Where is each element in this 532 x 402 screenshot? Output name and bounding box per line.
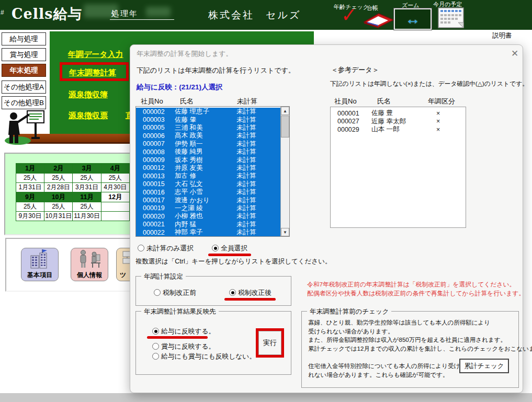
menu-item-gensen-bo[interactable]: 源泉徴収簿 <box>69 90 108 100</box>
clipped-shortcut-button[interactable]: ツ <box>116 248 131 281</box>
precheck-line: 累計チェックでは12月までの収入の累計を集計し、これらのチェックをおこないます。 <box>308 344 532 353</box>
scroll-up-icon[interactable]: ▲ <box>281 107 289 115</box>
employee-row[interactable]: 000002 佐藤 理恵子 未計算 <box>136 108 280 116</box>
scroll-down-icon[interactable]: ▼ <box>281 228 289 236</box>
scrollbar[interactable]: ▲ ▼ <box>280 107 289 236</box>
employee-row[interactable]: 000007 伊勢 順一 未計算 <box>136 140 280 148</box>
employee-status: 未計算 <box>236 228 256 237</box>
employee-row[interactable]: 000013 加古 修 未計算 <box>136 172 280 180</box>
col-header-empno: 社員No <box>141 97 163 106</box>
reference-row[interactable]: 000001 佐藤 豊 × <box>331 109 466 118</box>
employee-row[interactable]: 000015 大石 弘文 未計算 <box>136 180 280 188</box>
employee-row[interactable]: 000019 一之瀬 綾 未計算 <box>136 204 280 212</box>
reference-rows: 000001 佐藤 豊 × 000027 近藤 幸太郎 × 000029 山本 … <box>331 109 466 134</box>
employee-row[interactable]: 000006 髙木 政美 未計算 <box>136 132 280 140</box>
close-icon[interactable]: ✕ <box>509 48 520 59</box>
month-header[interactable]: 9月 <box>16 192 44 202</box>
radio-before-reform-label[interactable]: 税制改正前 <box>163 289 196 297</box>
basic-items-button[interactable]: 基本項目 <box>21 248 59 281</box>
radio-reflect-bonus-label[interactable]: 賞与に反映する。 <box>161 342 215 351</box>
precheck-line: 寡婦、ひとり親、勤労学生控除等は該当しても本人の所得額により <box>308 318 532 327</box>
month-header[interactable]: 11月 <box>73 192 101 202</box>
headcount-cell: 25人 <box>101 174 129 183</box>
reference-no: 000029 <box>337 126 371 133</box>
employee-no: 000017 <box>143 197 175 204</box>
employee-no: 000015 <box>143 180 175 188</box>
employee-row[interactable]: 000005 三浦 和美 未計算 <box>136 124 280 132</box>
clipped-shortcut-label: ツ <box>120 271 126 280</box>
basic-items-label: 基本項目 <box>27 271 52 280</box>
paydate-cell: 3月31日 <box>73 183 101 192</box>
employee-no: 000019 <box>143 204 175 212</box>
reference-listbox[interactable]: 000001 佐藤 豊 × 000027 近藤 幸太郎 × 000029 山本 … <box>330 107 466 228</box>
paydate-cell: 2月28日 <box>44 183 73 192</box>
annotation-box-menu <box>60 62 129 81</box>
paydate-cell: 1月31日 <box>16 183 44 192</box>
employee-listbox[interactable]: 000002 佐藤 理恵子 未計算 000003 佐藤 肇 未計算 000005… <box>135 106 290 237</box>
processing-year-label[interactable]: 処理年 <box>111 9 138 19</box>
reference-row[interactable]: 000027 近藤 幸太郎 × <box>331 118 466 126</box>
radio-uncalc-only[interactable] <box>138 245 144 251</box>
menu-item-gensen-hyo[interactable]: 源泉徴収票 <box>69 111 108 121</box>
month-header[interactable]: 10月 <box>44 192 73 202</box>
clipped-shortcut-icon <box>120 249 131 270</box>
reference-mark: × <box>436 126 440 133</box>
paydate-cell: 9月30日 <box>16 212 44 221</box>
monthly-status-panel: 1月 2月 3月 4月 25人 25人 25人 25人 1月31日 2月28日 … <box>4 153 131 235</box>
clipped-glyph: # <box>1 9 4 16</box>
radio-reflect-salary-label[interactable]: 給与に反映する。 <box>161 327 215 336</box>
month-header[interactable]: 1月 <box>16 164 44 174</box>
calendar-icon[interactable] <box>435 7 468 29</box>
zoom-button[interactable]: ↔ <box>394 8 432 30</box>
shortcut-panel: 基本項目 個人情報 ツ <box>5 238 131 292</box>
sidebar-item-yearend[interactable]: 年末処理 <box>2 64 46 77</box>
radio-reflect-none-label[interactable]: 給与にも賞与にも反映しない。 <box>161 352 256 361</box>
ref-header-empno: 社員No <box>334 97 357 106</box>
radio-before-reform[interactable] <box>154 289 161 296</box>
employee-row[interactable]: 000016 志平 小雪 未計算 <box>136 188 280 196</box>
employee-row[interactable]: 000022 神部 幸子 未計算 <box>136 228 280 236</box>
manual-link[interactable]: 説明書 <box>492 31 512 40</box>
sidebar-item-bonus[interactable]: 賞与処理 <box>2 48 46 61</box>
radio-reflect-salary[interactable] <box>152 328 159 335</box>
precheck-line: れない場合があります。これらも確認が可能です。 <box>308 371 466 380</box>
month-header-current[interactable]: 12月 <box>101 192 129 202</box>
employee-row[interactable]: 000009 坂本 秀樹 未計算 <box>136 156 280 164</box>
headcount-cell: 25人 <box>44 174 73 183</box>
radio-after-reform-label[interactable]: 税制改正後 <box>238 289 271 297</box>
selection-summary: 給与に反映：(21/21)人選択 <box>137 83 223 92</box>
reference-row[interactable]: 000029 山本 一郎 × <box>331 125 466 134</box>
sidebar-item-salary[interactable]: 給与処理 <box>2 32 46 45</box>
age-check-icon[interactable]: ✓ <box>341 3 357 27</box>
reference-name: 近藤 幸太郎 <box>371 117 436 126</box>
menu-item-nencho-data[interactable]: 年調データ入力 <box>68 50 123 60</box>
radio-uncalc-only-label[interactable]: 未計算のみ選択 <box>146 244 194 253</box>
reference-name: 佐藤 豊 <box>371 109 436 118</box>
radio-reflect-bonus[interactable] <box>152 343 159 350</box>
radio-after-reform[interactable] <box>229 289 236 296</box>
radio-select-all-label[interactable]: 全員選択 <box>221 244 247 253</box>
month-header[interactable]: 4月 <box>101 164 129 174</box>
reference-mark: × <box>436 110 440 117</box>
employee-row[interactable]: 000017 渡邊 かおり 未計算 <box>136 196 280 204</box>
cumulative-check-button[interactable]: 累計チェック <box>459 359 509 373</box>
month-header[interactable]: 2月 <box>44 164 73 174</box>
scroll-thumb[interactable] <box>281 116 289 137</box>
dialog-title: 年末調整の計算を開始します。 <box>137 49 233 59</box>
employee-no: 000009 <box>143 156 175 164</box>
month-header[interactable]: 3月 <box>73 164 101 174</box>
employee-row[interactable]: 000003 佐藤 肇 未計算 <box>136 116 280 123</box>
personal-info-button[interactable]: 個人情報 <box>71 248 108 281</box>
employee-row[interactable]: 000020 小柳 雅也 未計算 <box>136 212 280 220</box>
sidebar-item-other-a[interactable]: その他処理A <box>2 81 46 94</box>
precheck-line: 住宅借入金等特別控除についても本人の所得により受けら <box>308 362 466 371</box>
precheck-line: 受けられない場合があります。 <box>308 327 532 336</box>
ledger-book-icon[interactable] <box>361 12 397 28</box>
radio-reflect-none[interactable] <box>152 353 159 360</box>
personal-info-label: 個人情報 <box>77 271 102 280</box>
employee-no: 000012 <box>143 164 175 171</box>
radio-select-all[interactable] <box>212 245 219 251</box>
employee-row[interactable]: 000021 内野 猛 未計算 <box>136 220 280 228</box>
employee-row[interactable]: 000008 後藤 純男 未計算 <box>136 148 280 156</box>
employee-row[interactable]: 000012 井原 友美 未計算 <box>136 164 280 172</box>
